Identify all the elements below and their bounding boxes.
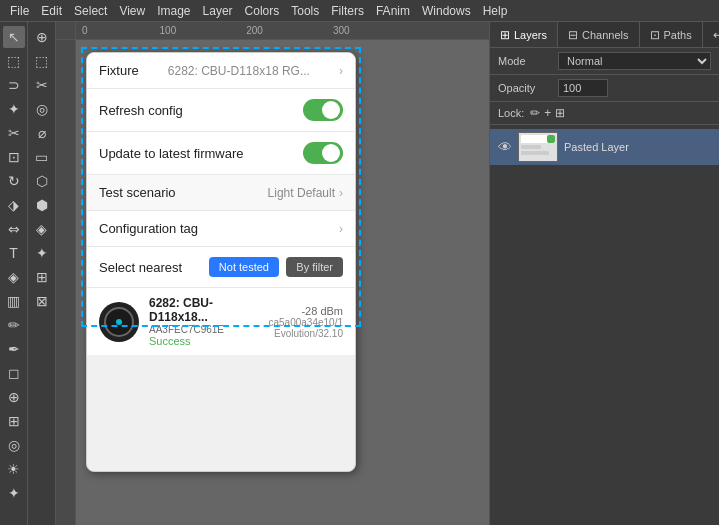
lock-position-icon[interactable]: + xyxy=(544,106,551,120)
menu-help[interactable]: Help xyxy=(477,2,514,20)
tool-gradient[interactable]: ▥ xyxy=(3,290,25,312)
tab-undo[interactable]: ↩ Undo xyxy=(703,22,719,47)
refresh-toggle[interactable] xyxy=(303,99,343,121)
lock-all-icon[interactable]: ⊞ xyxy=(555,106,565,120)
tool-rect-select[interactable]: ⬚ xyxy=(3,50,25,72)
menu-select[interactable]: Select xyxy=(68,2,113,20)
tool-secondary-9[interactable]: ◈ xyxy=(31,218,53,240)
select-nearest-buttons: Not tested By filter xyxy=(209,257,343,277)
tab-paths[interactable]: ⊡ Paths xyxy=(640,22,703,47)
tool-secondary-12[interactable]: ⊠ xyxy=(31,290,53,312)
ruler-mark-300: 300 xyxy=(327,25,356,36)
device-mac: AA3FEC7C961E xyxy=(149,324,258,335)
tool-scissors[interactable]: ✂ xyxy=(3,122,25,144)
svg-rect-4 xyxy=(547,135,555,143)
tool-flip[interactable]: ⇔ xyxy=(3,218,25,240)
menu-filters[interactable]: Filters xyxy=(325,2,370,20)
tool-fuzzy-select[interactable]: ✦ xyxy=(3,98,25,120)
refresh-row[interactable]: Refresh config xyxy=(87,89,355,132)
tool-lasso[interactable]: ⊃ xyxy=(3,74,25,96)
menu-view[interactable]: View xyxy=(113,2,151,20)
menu-file[interactable]: File xyxy=(4,2,35,20)
tab-layers[interactable]: ⊞ Layers xyxy=(490,22,558,47)
tool-text[interactable]: T xyxy=(3,242,25,264)
opacity-input[interactable] xyxy=(558,79,608,97)
tab-layers-label: Layers xyxy=(514,29,547,41)
tool-dodge[interactable]: ☀ xyxy=(3,458,25,480)
canvas-area[interactable]: 0 100 200 300 Fixture 6282: CBU-D118x18 … xyxy=(56,22,489,525)
tool-secondary-3[interactable]: ✂ xyxy=(31,74,53,96)
tool-brush[interactable]: ✒ xyxy=(3,338,25,360)
tab-channels-label: Channels xyxy=(582,29,628,41)
ruler-mark-200: 200 xyxy=(240,25,269,36)
tool-path[interactable]: ✦ xyxy=(3,482,25,504)
device-name: 6282: CBU-D118x18... xyxy=(149,296,258,324)
menu-windows[interactable]: Windows xyxy=(416,2,477,20)
layer-list: 👁 Pasted Layer xyxy=(490,125,719,525)
channels-icon: ⊟ xyxy=(568,28,578,42)
device-info: 6282: CBU-D118x18... AA3FEC7C961E Succes… xyxy=(149,296,258,347)
tool-bucket[interactable]: ◈ xyxy=(3,266,25,288)
menu-bar: File Edit Select View Image Layer Colors… xyxy=(0,0,719,22)
tool-secondary-6[interactable]: ▭ xyxy=(31,146,53,168)
tool-pencil[interactable]: ✏ xyxy=(3,314,25,336)
tool-secondary-11[interactable]: ⊞ xyxy=(31,266,53,288)
not-tested-button[interactable]: Not tested xyxy=(209,257,279,277)
layer-visibility-icon[interactable]: 👁 xyxy=(498,139,512,155)
tab-paths-label: Paths xyxy=(664,29,692,41)
select-nearest-row[interactable]: Select nearest Not tested By filter xyxy=(87,247,355,288)
tool-heal[interactable]: ⊕ xyxy=(3,386,25,408)
firmware-label: Update to latest firmware xyxy=(99,146,244,161)
tool-rotate[interactable]: ↻ xyxy=(3,170,25,192)
device-icon xyxy=(99,302,139,342)
firmware-row[interactable]: Update to latest firmware xyxy=(87,132,355,175)
menu-fanim[interactable]: FAnim xyxy=(370,2,416,20)
layer-item[interactable]: 👁 Pasted Layer xyxy=(490,129,719,165)
tool-secondary-4[interactable]: ◎ xyxy=(31,98,53,120)
menu-layer[interactable]: Layer xyxy=(197,2,239,20)
tool-secondary-2[interactable]: ⬚ xyxy=(31,50,53,72)
tool-secondary-5[interactable]: ⌀ xyxy=(31,122,53,144)
tool-move[interactable]: ↖ xyxy=(3,26,25,48)
tool-perspective[interactable]: ⬗ xyxy=(3,194,25,216)
undo-icon: ↩ xyxy=(713,28,719,42)
paths-icon: ⊡ xyxy=(650,28,660,42)
mode-select[interactable]: Normal Multiply Screen xyxy=(558,52,711,70)
tool-blur[interactable]: ◎ xyxy=(3,434,25,456)
ruler-corner xyxy=(56,22,76,40)
ruler-left xyxy=(56,40,76,525)
svg-rect-2 xyxy=(521,145,541,149)
device-version-right: ca5a00a34e10/1 xyxy=(268,317,343,328)
device-row[interactable]: 6282: CBU-D118x18... AA3FEC7C961E Succes… xyxy=(87,288,355,355)
tool-crop[interactable]: ⊡ xyxy=(3,146,25,168)
tool-eraser[interactable]: ◻ xyxy=(3,362,25,384)
tool-secondary-10[interactable]: ✦ xyxy=(31,242,53,264)
ruler-mark-0: 0 xyxy=(76,25,94,36)
tool-clone[interactable]: ⊞ xyxy=(3,410,25,432)
lock-pixels-icon[interactable]: ✏ xyxy=(530,106,540,120)
lock-row: Lock: ✏ + ⊞ xyxy=(490,102,719,125)
tool-secondary-8[interactable]: ⬢ xyxy=(31,194,53,216)
opacity-row: Opacity xyxy=(490,75,719,102)
menu-edit[interactable]: Edit xyxy=(35,2,68,20)
tab-channels[interactable]: ⊟ Channels xyxy=(558,22,639,47)
opacity-label: Opacity xyxy=(498,82,558,94)
tool-secondary-1[interactable]: ⊕ xyxy=(31,26,53,48)
layer-thumb-svg xyxy=(519,133,557,161)
ruler-top: 0 100 200 300 xyxy=(76,22,489,40)
tool-secondary-7[interactable]: ⬡ xyxy=(31,170,53,192)
test-scenario-row[interactable]: Test scenario Light Default › xyxy=(87,175,355,211)
select-nearest-label: Select nearest xyxy=(99,260,182,275)
by-filter-button[interactable]: By filter xyxy=(286,257,343,277)
fixture-value: 6282: CBU-D118x18 RG... xyxy=(168,64,310,78)
firmware-toggle[interactable] xyxy=(303,142,343,164)
lock-icons: ✏ + ⊞ xyxy=(530,106,565,120)
menu-image[interactable]: Image xyxy=(151,2,196,20)
fixture-arrow: › xyxy=(339,64,343,78)
config-tag-row[interactable]: Configuration tag › xyxy=(87,211,355,247)
test-scenario-right: Light Default › xyxy=(268,186,343,200)
fixture-row[interactable]: Fixture 6282: CBU-D118x18 RG... › xyxy=(87,53,355,89)
menu-tools[interactable]: Tools xyxy=(285,2,325,20)
menu-colors[interactable]: Colors xyxy=(239,2,286,20)
main-area: ↖ ⬚ ⊃ ✦ ✂ ⊡ ↻ ⬗ ⇔ T ◈ ▥ ✏ ✒ ◻ ⊕ ⊞ ◎ ☀ ✦ … xyxy=(0,22,719,525)
